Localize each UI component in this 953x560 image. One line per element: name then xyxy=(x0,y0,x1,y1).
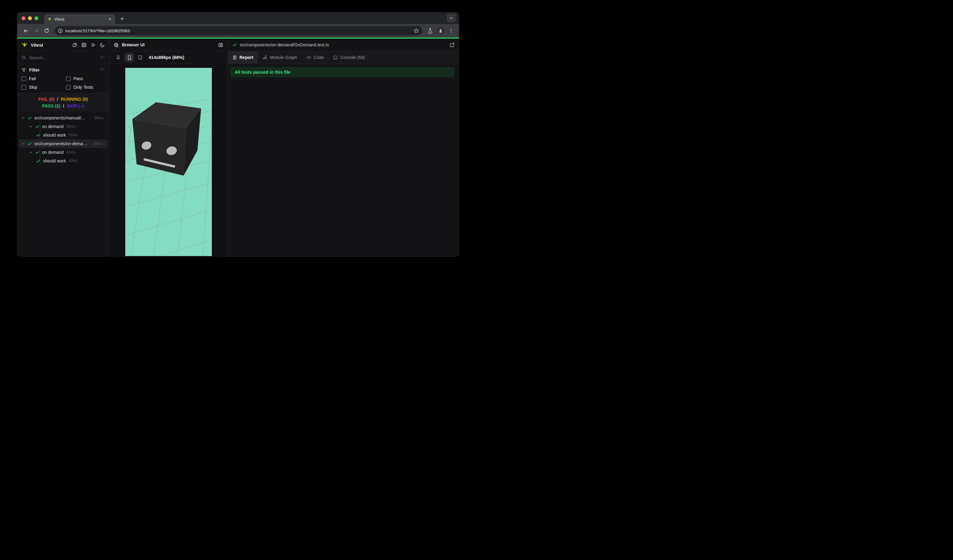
filter-option-skip[interactable]: Skip xyxy=(17,83,62,92)
pass-check-icon xyxy=(233,43,237,47)
search-row xyxy=(17,51,109,64)
test-duration: 43ms xyxy=(69,159,78,163)
small-phone-button[interactable] xyxy=(113,53,123,62)
forward-button[interactable] xyxy=(32,26,40,35)
maximize-window-button[interactable] xyxy=(34,16,38,20)
close-window-button[interactable] xyxy=(22,16,25,20)
tested-app-viewport[interactable] xyxy=(125,68,212,256)
filter-options: Fail Pass Skip Only Tests xyxy=(17,74,109,92)
pass-check-icon xyxy=(28,142,32,146)
module-graph-icon xyxy=(262,55,267,60)
banner-text: All tests passed in this file xyxy=(234,70,290,74)
sidebar-header: Vitest xyxy=(17,39,109,51)
running-count: RUNNING (0) xyxy=(61,97,88,102)
vitest-logo xyxy=(22,42,28,48)
preview-title: Browser UI xyxy=(122,42,218,47)
tab-report[interactable]: Report xyxy=(228,51,258,64)
chevron-down-icon[interactable] xyxy=(29,125,33,128)
cube-front-face xyxy=(132,119,186,175)
all-tests-passed-banner: All tests passed in this file xyxy=(230,67,455,78)
chevron-down-icon[interactable] xyxy=(29,151,33,154)
skip-count: SKIP (--) xyxy=(67,104,84,109)
search-input[interactable] xyxy=(29,55,100,60)
test-label: src/components/manual/… xyxy=(34,115,86,120)
bookmark-star-icon[interactable] xyxy=(414,28,419,34)
run-all-icon[interactable] xyxy=(90,42,96,48)
tablet-button[interactable] xyxy=(136,53,145,62)
funnel-icon xyxy=(22,68,26,73)
chevron-down-icon[interactable] xyxy=(22,116,25,120)
fail-count: FAIL (0) xyxy=(38,97,55,102)
tab-search-button[interactable] xyxy=(447,14,456,22)
detach-windows-icon[interactable] xyxy=(72,42,78,48)
filter-option-pass[interactable]: Pass xyxy=(62,74,109,83)
browser-toolbar xyxy=(17,24,459,37)
tab-report-label: Report xyxy=(239,55,253,60)
pass-check-icon xyxy=(35,125,39,129)
open-in-editor-icon[interactable] xyxy=(450,42,455,48)
filter-section: Filter Fail Pass xyxy=(17,64,109,93)
clear-search-filter-icon[interactable] xyxy=(100,55,105,60)
report-icon xyxy=(233,55,237,60)
test-case-row[interactable]: should work43ms xyxy=(17,157,109,165)
clear-filter-icon[interactable] xyxy=(100,68,105,73)
browser-tab[interactable]: Vitest xyxy=(44,14,115,24)
back-button[interactable] xyxy=(22,26,30,35)
test-case-row[interactable]: should work55ms xyxy=(17,131,109,140)
profile-avatar[interactable] xyxy=(436,26,445,35)
tab-code[interactable]: Code xyxy=(302,51,329,64)
browser-window: Vitest xyxy=(17,12,459,257)
pass-check-icon xyxy=(35,150,39,154)
summary-line-2: PASS (2) / SKIP (--) xyxy=(17,102,109,109)
open-panel-icon[interactable] xyxy=(218,42,223,48)
tab-code-label: Code xyxy=(314,55,324,60)
filter-option-fail[interactable]: Fail xyxy=(17,74,62,83)
test-label: should work xyxy=(43,158,66,163)
test-case-row[interactable]: on demand43ms xyxy=(17,148,109,157)
experiments-flask-icon[interactable] xyxy=(426,26,435,35)
fail-label: Fail xyxy=(29,76,36,81)
minimize-window-button[interactable] xyxy=(28,16,32,20)
test-label: on demand xyxy=(42,150,64,155)
pass-checkbox[interactable] xyxy=(66,76,71,81)
phone-plus-button[interactable] xyxy=(125,53,134,62)
filter-option-only-tests[interactable]: Only Tests xyxy=(62,83,109,92)
pass-check-icon xyxy=(36,159,40,163)
test-label: on demand xyxy=(42,124,64,129)
address-bar[interactable] xyxy=(55,26,422,35)
search-icon xyxy=(22,55,26,60)
pass-check-icon xyxy=(28,116,32,120)
browser-menu-icon[interactable] xyxy=(447,26,455,35)
test-case-row[interactable]: on demand56ms xyxy=(17,122,109,131)
close-tab-icon[interactable] xyxy=(108,17,112,21)
desktop-background: Vitest xyxy=(0,0,476,280)
viewport-size-label: 414x896px (68%) xyxy=(149,55,184,60)
test-duration: 43ms xyxy=(93,141,108,146)
chevron-down-icon[interactable] xyxy=(22,142,25,146)
dashboard-icon[interactable] xyxy=(81,42,87,48)
avatar-icon xyxy=(436,27,445,35)
tab-console[interactable]: Console (69) xyxy=(329,51,369,64)
test-duration: 55ms xyxy=(69,133,78,137)
skip-checkbox[interactable] xyxy=(22,85,26,90)
only-tests-label: Only Tests xyxy=(73,85,93,90)
results-panel: src/components/on-demand/OnDemand.test.t… xyxy=(228,39,459,257)
summary-line-1: FAIL (0) / RUNNING (0) xyxy=(17,96,109,102)
url-input[interactable] xyxy=(65,29,414,33)
theme-toggle-moon-icon[interactable] xyxy=(100,42,105,48)
globe-icon xyxy=(113,42,119,48)
test-label: src/components/on-dema… xyxy=(34,141,87,146)
tab-console-label: Console (69) xyxy=(340,55,365,60)
filter-title: Filter xyxy=(29,68,100,73)
reload-button[interactable] xyxy=(42,26,51,35)
window-controls xyxy=(22,12,38,24)
only-tests-checkbox[interactable] xyxy=(66,85,71,90)
pass-label: Pass xyxy=(73,76,83,81)
test-file-row[interactable]: src/components/manual/…56ms xyxy=(17,113,109,122)
new-tab-button[interactable] xyxy=(118,15,126,23)
tab-module-graph[interactable]: Module Graph xyxy=(258,51,302,64)
test-file-row[interactable]: src/components/on-dema…43ms xyxy=(19,140,108,148)
fail-checkbox[interactable] xyxy=(22,76,26,81)
test-summary: FAIL (0) / RUNNING (0) PASS (2) / SKIP (… xyxy=(17,93,109,112)
site-info-icon[interactable] xyxy=(58,28,63,34)
